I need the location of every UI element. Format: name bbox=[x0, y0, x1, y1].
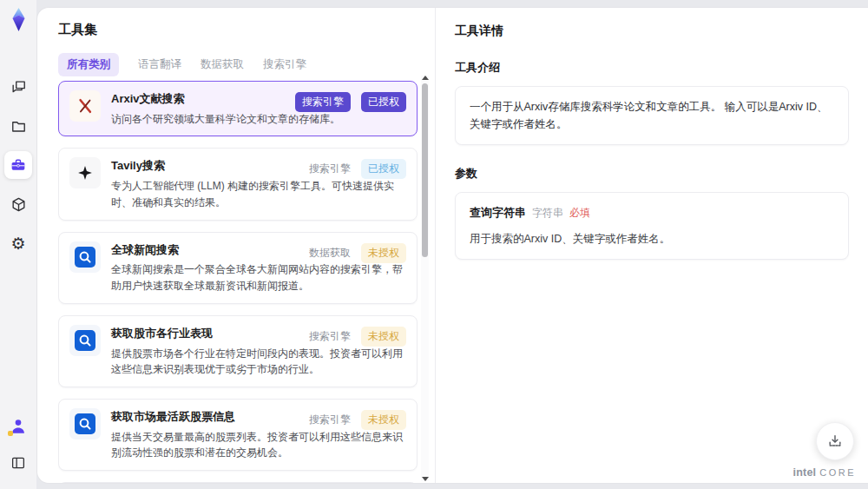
parameter-type: 字符串 bbox=[532, 205, 563, 221]
tool-name: Tavily搜索 bbox=[111, 157, 295, 174]
scroll-up-arrow[interactable] bbox=[422, 76, 429, 80]
tool-card[interactable]: 搜索引擎 未授权 万维地区新闻查询 查询具体行政区划内的新闻，快速了解各地新闻动 bbox=[58, 482, 418, 483]
detail-panel: 工具详情 工具介绍 一个用于从Arxiv存储库搜索科学论文和文章的工具。 输入可… bbox=[435, 8, 868, 483]
app-logo[interactable] bbox=[7, 7, 30, 33]
tool-badges: 数据获取 未授权 bbox=[309, 243, 406, 263]
user-status-dot bbox=[8, 431, 13, 436]
brand-core: core bbox=[819, 467, 856, 478]
tool-badges: 搜索引擎 已授权 bbox=[295, 92, 406, 112]
content-card: 工具集 所有类别语言翻译数据获取搜索引擎 搜索引擎 已授权 Arxiv文献搜索 … bbox=[36, 7, 868, 484]
tool-badges: 搜索引擎 未授权 bbox=[309, 410, 406, 430]
brand-intel: intel bbox=[793, 466, 817, 479]
tool-status-badge: 未授权 bbox=[361, 327, 406, 347]
scrollbar bbox=[421, 76, 429, 481]
category-tab[interactable]: 语言翻译 bbox=[138, 57, 181, 72]
tool-description: 提供股票市场各个行业在特定时间段内的表现。投资者可以利用这些信息来识别表现优于或… bbox=[111, 346, 406, 378]
scroll-down-arrow[interactable] bbox=[422, 477, 429, 481]
parameter-description: 用于搜索的Arxiv ID、关键字或作者姓名。 bbox=[470, 230, 834, 248]
tool-icon bbox=[69, 90, 101, 122]
tool-card[interactable]: 搜索引擎 未授权 获取市场最活跃股票信息 提供当天交易量最高的股票列表。投资者可… bbox=[58, 399, 418, 471]
params-box: 查询字符串 字符串 必填 用于搜索的Arxiv ID、关键字或作者姓名。 bbox=[455, 192, 849, 260]
tool-category-badge: 搜索引擎 bbox=[309, 329, 351, 344]
parameter-required-badge: 必填 bbox=[569, 205, 590, 221]
tool-status-badge: 已授权 bbox=[361, 92, 406, 112]
tool-description: 专为人工智能代理 (LLM) 构建的搜索引擎工具。可快速提供实时、准确和真实的结… bbox=[111, 178, 406, 210]
tool-card[interactable]: 搜索引擎 已授权 Tavily搜索 专为人工智能代理 (LLM) 构建的搜索引擎… bbox=[58, 148, 418, 220]
tool-card[interactable]: 搜索引擎 未授权 获取股市各行业表现 提供股票市场各个行业在特定时间段内的表现。… bbox=[58, 315, 418, 387]
category-tab[interactable]: 搜索引擎 bbox=[263, 57, 306, 72]
toolbox-icon[interactable] bbox=[4, 151, 32, 179]
tool-status-badge: 未授权 bbox=[361, 243, 406, 263]
parameter-name: 查询字符串 bbox=[470, 204, 526, 222]
parameter-row: 查询字符串 字符串 必填 用于搜索的Arxiv ID、关键字或作者姓名。 bbox=[470, 204, 834, 248]
tool-category-badge: 搜索引擎 bbox=[295, 92, 351, 112]
tool-card[interactable]: 搜索引擎 已授权 Arxiv文献搜索 访问各个研究领域大量科学论文和文章的存储库… bbox=[58, 81, 418, 136]
tool-name: Arxiv文献搜索 bbox=[111, 90, 295, 107]
settings-icon[interactable]: ⚙ bbox=[4, 229, 32, 257]
package-icon[interactable] bbox=[4, 190, 32, 218]
user-icon[interactable] bbox=[4, 413, 32, 440]
folder-icon[interactable] bbox=[4, 112, 32, 140]
tools-panel-title: 工具集 bbox=[58, 22, 97, 38]
intro-heading: 工具介绍 bbox=[455, 60, 849, 76]
tool-description: 提供当天交易量最高的股票列表。投资者可以利用这些信息来识别流动性强的股票和潜在的… bbox=[111, 429, 406, 461]
chat-icon[interactable] bbox=[4, 73, 32, 101]
tool-status-badge: 已授权 bbox=[361, 159, 406, 179]
tools-panel: 工具集 所有类别语言翻译数据获取搜索引擎 搜索引擎 已授权 Arxiv文献搜索 … bbox=[37, 8, 435, 483]
tool-name: 获取股市各行业表现 bbox=[111, 325, 295, 341]
tool-badges: 搜索引擎 已授权 bbox=[309, 159, 406, 179]
tool-name: 全球新闻搜索 bbox=[111, 241, 295, 258]
tool-status-badge: 未授权 bbox=[361, 410, 406, 430]
category-tab[interactable]: 所有类别 bbox=[58, 53, 119, 76]
left-rail: ⚙ bbox=[0, 0, 36, 489]
detail-panel-title: 工具详情 bbox=[455, 23, 849, 39]
scrollbar-thumb[interactable] bbox=[422, 83, 428, 257]
tool-list: 搜索引擎 已授权 Arxiv文献搜索 访问各个研究领域大量科学论文和文章的存储库… bbox=[58, 81, 418, 483]
tool-icon bbox=[69, 325, 101, 356]
tool-category-badge: 搜索引擎 bbox=[309, 413, 351, 427]
tool-category-badge: 数据获取 bbox=[309, 246, 351, 261]
category-tabs: 所有类别语言翻译数据获取搜索引擎 bbox=[58, 53, 306, 76]
tool-icon bbox=[69, 157, 101, 188]
tool-description: 访问各个研究领域大量科学论文和文章的存储库。 bbox=[111, 111, 406, 128]
collapse-panel-icon[interactable] bbox=[4, 449, 32, 477]
download-button[interactable] bbox=[816, 422, 854, 460]
tool-name: 获取市场最活跃股票信息 bbox=[111, 408, 295, 425]
tool-category-badge: 搜索引擎 bbox=[309, 162, 351, 176]
tool-icon bbox=[69, 408, 101, 439]
tool-description: 全球新闻搜索是一个聚合全球各大新闻网站内容的搜索引擎，帮助用户快速获取全球最新资… bbox=[111, 261, 406, 294]
tool-card[interactable]: 数据获取 未授权 全球新闻搜索 全球新闻搜索是一个聚合全球各大新闻网站内容的搜索… bbox=[58, 232, 418, 304]
params-heading: 参数 bbox=[455, 166, 849, 182]
tool-badges: 搜索引擎 未授权 bbox=[309, 327, 406, 347]
tool-icon bbox=[69, 241, 101, 273]
category-tab[interactable]: 数据获取 bbox=[201, 57, 244, 72]
intel-core-logo: intel core bbox=[793, 466, 856, 479]
intro-box: 一个用于从Arxiv存储库搜索科学论文和文章的工具。 输入可以是Arxiv ID… bbox=[455, 86, 849, 145]
